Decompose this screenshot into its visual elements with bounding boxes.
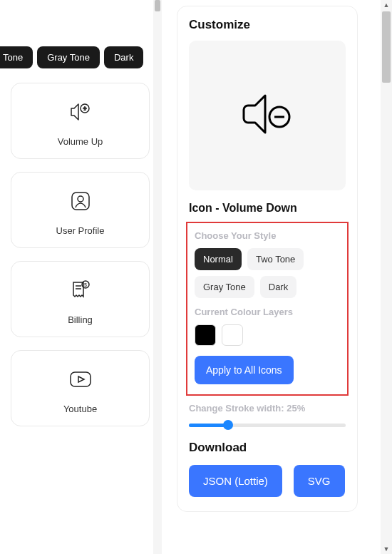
icon-card-youtube[interactable]: Youtube <box>11 350 150 426</box>
svg-rect-10 <box>71 372 91 386</box>
filter-tone[interactable]: Tone <box>0 46 33 68</box>
style-gray-tone[interactable]: Gray Tone <box>195 276 254 298</box>
volume-up-icon: $ <box>68 98 93 126</box>
download-buttons: JSON (Lottie) SVG <box>189 465 346 497</box>
volume-down-icon <box>235 86 299 145</box>
style-dark[interactable]: Dark <box>260 276 296 298</box>
customize-panel: Customize Icon - Volume Down Choose Your… <box>177 6 358 512</box>
slider-handle[interactable] <box>223 420 233 430</box>
left-panel: Tone Gray Tone Dark $ Volume Up <box>0 0 160 554</box>
card-label: Youtube <box>63 404 97 414</box>
icon-card-billing[interactable]: $ Billing <box>11 261 150 337</box>
scroll-down-arrow[interactable]: ▼ <box>383 545 390 553</box>
style-two-tone[interactable]: Two Tone <box>247 248 304 270</box>
svg-text:$: $ <box>84 282 87 287</box>
customize-title: Customize <box>189 18 346 32</box>
style-filter-row: Tone Gray Tone Dark <box>0 0 160 68</box>
style-normal[interactable]: Normal <box>195 248 242 270</box>
youtube-icon <box>68 365 93 394</box>
download-json-button[interactable]: JSON (Lottie) <box>189 465 282 497</box>
card-label: Billing <box>68 314 93 325</box>
colour-layers-label: Current Colour Layers <box>195 307 340 317</box>
icon-preview <box>189 41 346 190</box>
apply-to-all-button[interactable]: Apply to All Icons <box>195 356 294 384</box>
icon-name: Icon - Volume Down <box>189 202 346 215</box>
download-svg-button[interactable]: SVG <box>294 465 345 497</box>
scrollbar-thumb[interactable] <box>155 0 160 11</box>
colour-swatches <box>195 324 340 346</box>
card-label: User Profile <box>56 225 105 236</box>
stroke-width-label: Change Stroke width: 25% <box>189 403 346 414</box>
highlighted-style-section: Choose Your Style Normal Two Tone Gray T… <box>186 222 349 396</box>
card-label: Volume Up <box>58 136 103 147</box>
stroke-width-slider[interactable] <box>189 419 346 431</box>
right-scrollbar[interactable]: ▲ ▼ <box>381 0 392 554</box>
user-profile-icon <box>70 187 91 215</box>
scroll-up-arrow[interactable]: ▲ <box>383 1 390 9</box>
style-options: Normal Two Tone Gray Tone Dark <box>195 248 340 298</box>
filter-gray-tone[interactable]: Gray Tone <box>37 46 100 68</box>
svg-point-5 <box>78 196 83 202</box>
icon-card-user-profile[interactable]: User Profile <box>11 172 150 248</box>
swatch-white[interactable] <box>222 324 243 346</box>
choose-style-label: Choose Your Style <box>195 230 340 241</box>
billing-icon: $ <box>69 276 92 304</box>
svg-rect-4 <box>72 193 89 210</box>
swatch-black[interactable] <box>195 324 216 346</box>
slider-fill <box>189 424 228 427</box>
download-title: Download <box>189 441 346 455</box>
icon-grid: $ Volume Up User Profile <box>0 68 160 426</box>
filter-dark[interactable]: Dark <box>104 46 143 68</box>
icon-card-volume-up[interactable]: $ Volume Up <box>11 83 150 159</box>
scrollbar-thumb[interactable] <box>382 11 391 83</box>
left-scrollbar[interactable] <box>153 0 162 554</box>
